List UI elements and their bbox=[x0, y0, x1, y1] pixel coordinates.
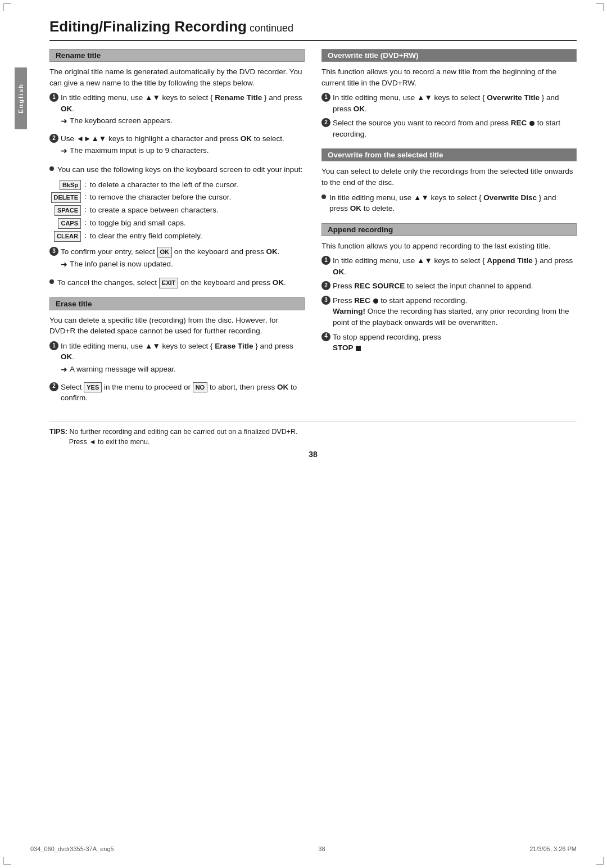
rec-bullet-1 bbox=[529, 121, 534, 126]
ok-key-confirm: OK bbox=[157, 247, 173, 257]
footer-right: 21/3/05, 3:26 PM bbox=[529, 846, 577, 852]
erase-steps: 1 In title editing menu, use ▲▼ keys to … bbox=[49, 341, 305, 404]
append-step-4: 4 To stop append recording, press STOP bbox=[321, 332, 577, 354]
keyboard-keys-table: BkSp : to delete a character to the left… bbox=[49, 180, 305, 242]
overwrite-dvdrw-header: Overwrite title (DVD+RW) bbox=[321, 49, 577, 62]
rename-title-header: Rename title bbox=[49, 49, 305, 62]
overwrite-dvdrw-section: Overwrite title (DVD+RW) This function a… bbox=[321, 49, 577, 139]
append-step-2: 2 Press REC SOURCE to select the input c… bbox=[321, 281, 577, 292]
erase-step1-arrow: ➜ A warning message will appear. bbox=[61, 364, 305, 376]
overwrite-dvdrw-step-num-2: 2 bbox=[321, 118, 330, 127]
footer-left: 034_060_dvdr3355-37A_eng5 bbox=[30, 846, 114, 852]
keyboard-keys-intro: You can use the following keys on the ke… bbox=[49, 164, 305, 175]
yes-key: YES bbox=[84, 382, 102, 393]
erase-title-section: Erase title You can delete a specific ti… bbox=[49, 297, 305, 404]
erase-step-2: 2 Select YES in the menu to proceed or N… bbox=[49, 382, 305, 404]
key-row-clear: CLEAR : to clear the entry field complet… bbox=[49, 231, 305, 242]
append-intro: This function allows you to append recor… bbox=[321, 241, 577, 252]
left-column: Rename title The original title name is … bbox=[49, 49, 305, 413]
append-step-num-1: 1 bbox=[321, 256, 330, 265]
overwrite-selected-header: Overwrite from the selected title bbox=[321, 148, 577, 161]
delete-key: DELETE bbox=[51, 192, 81, 203]
step3-arrow-note: ➜ The info panel is now updated. bbox=[61, 259, 305, 270]
page-footer: 034_060_dvdr3355-37A_eng5 38 21/3/05, 3:… bbox=[30, 846, 577, 852]
stop-symbol bbox=[356, 346, 361, 351]
rename-title-section: Rename title The original title name is … bbox=[49, 49, 305, 288]
step-number-1: 1 bbox=[49, 93, 58, 102]
append-step-num-2: 2 bbox=[321, 281, 330, 290]
cancel-item: To cancel the changes, select EXIT on th… bbox=[49, 277, 305, 288]
corner-mark-br bbox=[596, 857, 604, 865]
overwrite-dvdrw-step-1: 1 In title editing menu, use ▲▼ keys to … bbox=[321, 92, 577, 114]
rename-intro: The original title name is generated aut… bbox=[49, 66, 305, 88]
erase-step-num-1: 1 bbox=[49, 341, 58, 350]
step-number-3: 3 bbox=[49, 247, 58, 256]
exit-key: EXIT bbox=[159, 278, 178, 288]
append-recording-header: Append recording bbox=[321, 223, 577, 236]
rename-steps: 1 In title editing menu, use ▲▼ keys to … bbox=[49, 92, 305, 160]
append-step-1: 1 In title editing menu, use ▲▼ keys to … bbox=[321, 255, 577, 277]
right-column: Overwrite title (DVD+RW) This function a… bbox=[321, 49, 577, 413]
rename-step3: 3 To confirm your entry, select OK on th… bbox=[49, 246, 305, 273]
page-number: 38 bbox=[49, 450, 577, 459]
space-key: SPACE bbox=[55, 205, 81, 216]
bksp-key: BkSp bbox=[60, 180, 81, 191]
page-title: Editing/Finalizing Recording continued bbox=[49, 18, 577, 41]
step-number-2: 2 bbox=[49, 134, 58, 143]
append-step-3: 3 Press REC to start append recording. W… bbox=[321, 295, 577, 328]
append-step-num-3: 3 bbox=[321, 296, 330, 305]
step1-arrow-note: ➜ The keyboard screen appears. bbox=[61, 116, 305, 127]
overwrite-dvdrw-steps: 1 In title editing menu, use ▲▼ keys to … bbox=[321, 92, 577, 139]
overwrite-selected-section: Overwrite from the selected title You ca… bbox=[321, 148, 577, 214]
append-step-num-4: 4 bbox=[321, 332, 330, 341]
cancel-bullet: To cancel the changes, select EXIT on th… bbox=[49, 277, 305, 288]
step2-arrow-note: ➜ The maximum input is up to 9 character… bbox=[61, 146, 305, 157]
overwrite-selected-steps: In title editing menu, use ▲▼ keys to se… bbox=[321, 192, 577, 214]
tips-section: TIPS: No further recording and editing c… bbox=[49, 422, 577, 448]
erase-step-num-2: 2 bbox=[49, 382, 58, 391]
erase-step-1: 1 In title editing menu, use ▲▼ keys to … bbox=[49, 341, 305, 378]
rename-step-1: 1 In title editing menu, use ▲▼ keys to … bbox=[49, 92, 305, 130]
overwrite-dvdrw-step-2: 2 Select the source you want to record f… bbox=[321, 117, 577, 139]
keyboard-keys-bullet: You can use the following keys on the ke… bbox=[49, 164, 305, 175]
tips-text: No further recording and editing can be … bbox=[49, 428, 298, 446]
clear-key: CLEAR bbox=[54, 231, 81, 242]
rename-step-3: 3 To confirm your entry, select OK on th… bbox=[49, 246, 305, 273]
key-row-caps: CAPS : to toggle big and small caps. bbox=[49, 218, 305, 229]
corner-mark-bl bbox=[3, 857, 11, 865]
key-row-delete: DELETE : to remove the character before … bbox=[49, 192, 305, 203]
append-steps: 1 In title editing menu, use ▲▼ keys to … bbox=[321, 255, 577, 354]
append-recording-section: Append recording This function allows yo… bbox=[321, 223, 577, 354]
no-key: NO bbox=[193, 382, 208, 393]
erase-intro: You can delete a specific title (recordi… bbox=[49, 315, 305, 337]
key-row-bksp: BkSp : to delete a character to the left… bbox=[49, 180, 305, 191]
rec-bullet-2 bbox=[373, 299, 378, 304]
caps-key: CAPS bbox=[58, 218, 81, 229]
overwrite-dvdrw-intro: This function allows you to record a new… bbox=[321, 66, 577, 88]
rename-step-2: 2 Use ◄►▲▼ keys to highlight a character… bbox=[49, 133, 305, 160]
key-row-space: SPACE : to create a space between charac… bbox=[49, 205, 305, 216]
overwrite-selected-step-1: In title editing menu, use ▲▼ keys to se… bbox=[321, 192, 577, 214]
overwrite-dvdrw-step-num-1: 1 bbox=[321, 93, 330, 102]
erase-title-header: Erase title bbox=[49, 297, 305, 310]
overwrite-selected-intro: You can select to delete only the record… bbox=[321, 166, 577, 188]
tips-label: TIPS: bbox=[49, 428, 67, 436]
footer-center: 38 bbox=[318, 846, 325, 852]
